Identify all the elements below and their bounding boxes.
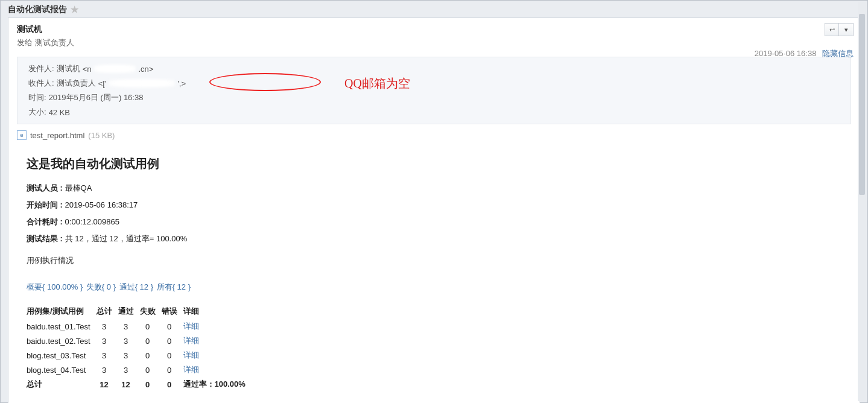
header-right-info: 2019-05-06 16:38 隐藏信息 xyxy=(755,48,854,59)
table-row: baidu.test_02.Test 3 3 0 0 详细 xyxy=(27,334,252,348)
exec-title: 用例执行情况 xyxy=(27,255,841,266)
nav-button-group: ↩ ▾ xyxy=(825,23,854,36)
detail-link[interactable]: 详细 xyxy=(183,351,199,360)
link-pass[interactable]: 通过{ 12 } xyxy=(119,282,153,291)
redacted-from-email xyxy=(93,65,136,73)
dropdown-button[interactable]: ▾ xyxy=(839,23,854,36)
scrollbar-thumb[interactable] xyxy=(859,14,865,195)
passrate-cell: 通过率：100.00% xyxy=(183,377,252,392)
meta-tester: 测试人员 : 最棒QA xyxy=(27,183,841,194)
attachment-name: test_report.html xyxy=(30,131,84,140)
file-icon: e xyxy=(17,130,27,140)
hide-info-link[interactable]: 隐藏信息 xyxy=(822,49,854,58)
summary-links: 概要{ 100.00% } 失败{ 0 } 通过{ 12 } 所有{ 12 } xyxy=(27,282,841,293)
meta-result: 测试结果 : 共 12，通过 12，通过率= 100.00% xyxy=(27,233,841,244)
th-total: 总计 xyxy=(97,303,118,319)
table-row: baidu.test_01.Test 3 3 0 0 详细 xyxy=(27,319,252,334)
attachment-row[interactable]: e test_report.html (15 KB) xyxy=(17,130,851,140)
window-title-bar: 自动化测试报告 ★ xyxy=(1,1,867,17)
annotation-text: QQ邮箱为空 xyxy=(344,75,410,92)
results-table: 用例集/测试用例 总计 通过 失败 错误 详细 baidu.test_01.Te… xyxy=(27,303,252,392)
detail-link[interactable]: 详细 xyxy=(183,336,199,345)
email-subject: 测试机 xyxy=(17,24,851,35)
link-all[interactable]: 所有{ 12 } xyxy=(157,282,191,291)
info-time-row: 时间: 2019年5月6日 (周一) 16:38 xyxy=(28,92,840,103)
th-error: 错误 xyxy=(162,303,183,319)
email-header: 测试机 发给 测试负责人 ↩ ▾ 2019-05-06 16:38 隐藏信息 xyxy=(8,18,860,51)
email-body: 这是我的自动化测试用例 测试人员 : 最棒QA 开始时间 : 2019-05-0… xyxy=(8,140,860,403)
th-detail: 详细 xyxy=(183,303,252,319)
detail-link[interactable]: 详细 xyxy=(183,365,199,374)
table-total-row: 总计 12 12 0 0 通过率：100.00% xyxy=(27,377,252,392)
email-datetime: 2019-05-06 16:38 xyxy=(755,49,817,58)
report-heading: 这是我的自动化测试用例 xyxy=(27,156,841,172)
th-suite: 用例集/测试用例 xyxy=(27,303,97,319)
scrollbar-vertical[interactable] xyxy=(858,2,866,401)
email-panel: 测试机 发给 测试负责人 ↩ ▾ 2019-05-06 16:38 隐藏信息 发… xyxy=(8,17,860,403)
email-to-summary: 发给 测试负责人 xyxy=(17,37,851,48)
attachment-size: (15 KB) xyxy=(88,131,115,140)
table-row: blog.test_03.Test 3 3 0 0 详细 xyxy=(27,348,252,363)
table-row: blog.test_04.Test 3 3 0 0 详细 xyxy=(27,363,252,377)
reply-button[interactable]: ↩ xyxy=(825,23,839,36)
window-title: 自动化测试报告 xyxy=(8,4,67,15)
info-to-row: 收件人: 测试负责人<['',> QQ邮箱为空 xyxy=(28,78,840,89)
redacted-to-email xyxy=(109,79,175,87)
link-overview[interactable]: 概要{ 100.00% } xyxy=(27,282,83,291)
table-header-row: 用例集/测试用例 总计 通过 失败 错误 详细 xyxy=(27,303,252,319)
info-from-row: 发件人: 测试机<n.cn> xyxy=(28,63,840,74)
meta-start: 开始时间 : 2019-05-06 16:38:17 xyxy=(27,200,841,211)
email-info-box: 发件人: 测试机<n.cn> 收件人: 测试负责人<['',> QQ邮箱为空 时… xyxy=(17,57,851,124)
detail-link[interactable]: 详细 xyxy=(183,322,199,331)
annotation-ellipse xyxy=(209,73,321,91)
star-icon[interactable]: ★ xyxy=(71,4,78,15)
th-pass: 通过 xyxy=(118,303,140,319)
link-fail[interactable]: 失败{ 0 } xyxy=(86,282,116,291)
meta-elapsed: 合计耗时 : 0:00:12.009865 xyxy=(27,217,841,227)
info-size-row: 大小: 42 KB xyxy=(28,107,840,118)
th-fail: 失败 xyxy=(140,303,162,319)
